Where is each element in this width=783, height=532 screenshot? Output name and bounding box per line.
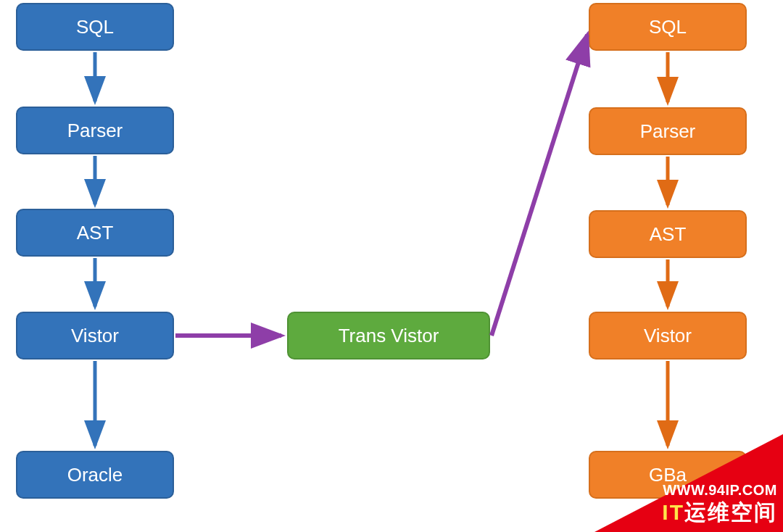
- label: SQL: [76, 16, 114, 38]
- node-sql-left: SQL: [16, 3, 174, 51]
- label: Vistor: [644, 325, 692, 347]
- node-ast-right: AST: [589, 210, 747, 258]
- label: AST: [77, 222, 114, 244]
- node-vistor-left: Vistor: [16, 312, 174, 359]
- label: Parser: [640, 120, 696, 143]
- node-ast-left: AST: [16, 209, 174, 257]
- node-sql-right: SQL: [589, 3, 747, 51]
- label: SQL: [649, 16, 687, 38]
- watermark-url: WWW.94IP.COM: [663, 482, 777, 499]
- node-trans-vistor: Trans Vistor: [287, 312, 490, 359]
- node-parser-right: Parser: [589, 107, 747, 155]
- node-vistor-right: Vistor: [589, 312, 747, 359]
- label: Oracle: [67, 464, 123, 486]
- watermark-brand-suffix: 运维空间: [684, 500, 777, 524]
- arrow-trans-to-sql-right: [492, 35, 587, 336]
- node-parser-left: Parser: [16, 107, 174, 154]
- label: Trans Vistor: [339, 325, 439, 347]
- label: AST: [650, 223, 687, 246]
- watermark-brand-prefix: IT: [662, 500, 684, 524]
- watermark-brand: IT运维空间: [662, 498, 777, 528]
- label: Parser: [67, 120, 123, 142]
- label: Vistor: [71, 325, 119, 347]
- node-oracle: Oracle: [16, 451, 174, 499]
